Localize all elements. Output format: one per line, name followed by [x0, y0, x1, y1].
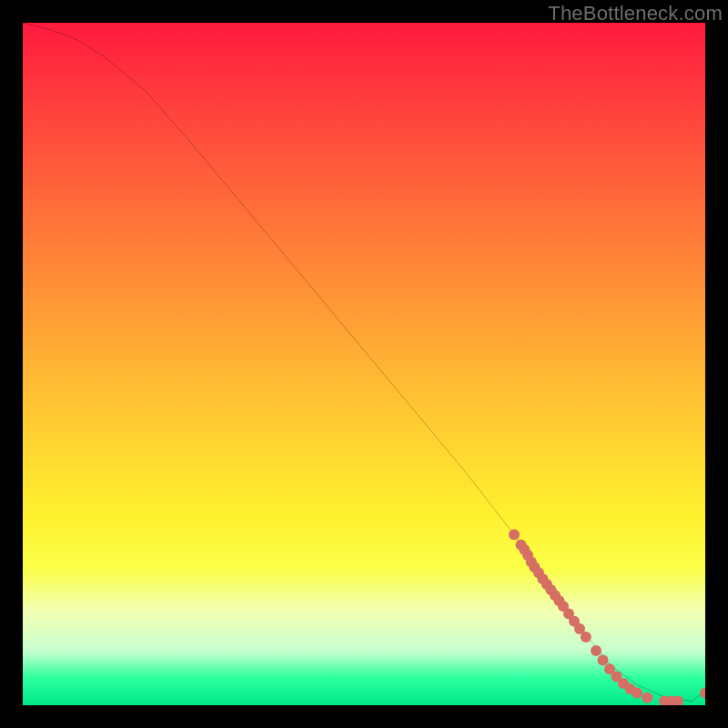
plot-area [23, 23, 705, 705]
data-point [581, 632, 592, 642]
sample-points [509, 530, 705, 706]
data-point [509, 530, 520, 541]
chart-stage: TheBottleneck.com [0, 0, 728, 728]
data-point [632, 688, 642, 699]
watermark-label: TheBottleneck.com [548, 2, 723, 25]
points-layer [23, 23, 705, 705]
data-point [591, 645, 602, 656]
data-point [700, 688, 705, 699]
data-point [642, 693, 652, 703]
data-point [598, 655, 609, 666]
